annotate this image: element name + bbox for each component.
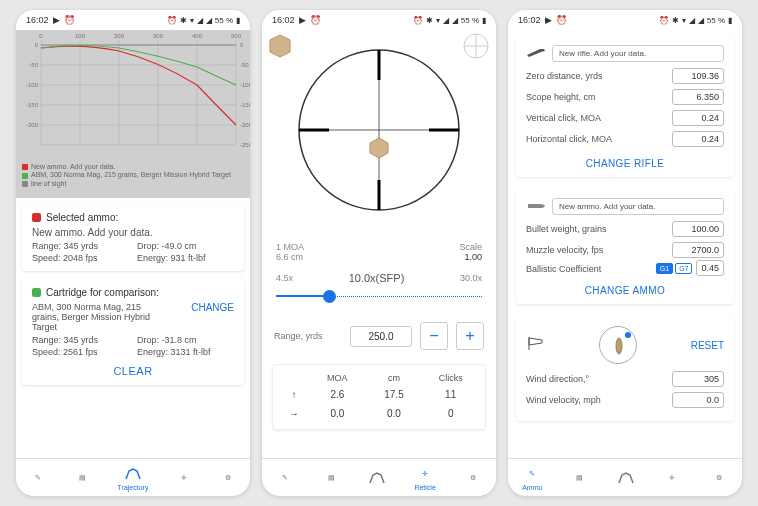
svg-point-43 [616, 338, 622, 354]
trajectory-icon [124, 465, 142, 483]
nav-list[interactable]: ▤ [571, 469, 589, 487]
nav-settings[interactable]: ⚙ [710, 469, 728, 487]
change-button[interactable]: CHANGE [191, 302, 234, 313]
energy: Energy: 931 ft-lbf [137, 253, 234, 263]
signal-icon: ◢ [443, 16, 449, 25]
svg-text:0: 0 [39, 33, 43, 39]
nav-reticle[interactable]: ✛ [663, 469, 681, 487]
bc-input[interactable]: 0.45 [696, 260, 724, 276]
weight-label: Bullet weight, grains [526, 224, 607, 234]
gear-icon: ⚙ [710, 469, 728, 487]
drop: Drop: -49.0 cm [137, 241, 234, 251]
range-label: Range, yrds [274, 331, 342, 341]
col-cm: cm [366, 373, 423, 383]
clear-button[interactable]: CLEAR [32, 357, 234, 377]
nav-trajectory[interactable] [617, 469, 635, 487]
speed: Speed: 2561 fps [32, 347, 129, 357]
nav-trajectory[interactable]: Trajectory [118, 465, 149, 491]
nav-list[interactable]: ▤ [322, 469, 340, 487]
nav-label: Ammo [522, 484, 542, 491]
nav-reticle[interactable]: ✛ [175, 469, 193, 487]
r2-moa: 0.0 [309, 408, 366, 419]
nav-reticle[interactable]: ✛Reticle [414, 465, 435, 491]
bluetooth-icon: ✱ [672, 16, 679, 25]
svg-text:300: 300 [153, 33, 164, 39]
svg-text:-100: -100 [240, 82, 250, 88]
zoom-val: 10.0x(SFP) [349, 272, 405, 284]
zoom-slider[interactable] [276, 288, 482, 306]
moa-label: 1 MOA [276, 242, 304, 252]
vel-input[interactable]: 2700.0 [672, 242, 724, 258]
reset-button[interactable]: RESET [691, 340, 724, 351]
reticle-view[interactable] [262, 30, 496, 242]
nav-pencil[interactable]: ✎ [29, 469, 47, 487]
trajectory-chart[interactable]: 0100200300400500 0-50-100-150-200 0-50-1… [16, 30, 250, 198]
bluetooth-icon: ✱ [180, 16, 187, 25]
energy: Energy: 3131 ft-lbf [137, 347, 234, 357]
nav-list[interactable]: ▤ [73, 469, 91, 487]
drop: Drop: -31.8 cm [137, 335, 234, 345]
rifle-title[interactable]: New rifle. Add your data. [552, 45, 724, 62]
vclick-input[interactable]: 0.24 [672, 110, 724, 126]
zoom-min: 4.5x [276, 273, 293, 283]
time: 16:02 [26, 15, 49, 25]
r2-clicks: 0 [422, 408, 479, 419]
nav-settings[interactable]: ⚙ [464, 469, 482, 487]
hclick-input[interactable]: 0.24 [672, 131, 724, 147]
change-rifle-button[interactable]: CHANGE RIFLE [526, 152, 724, 169]
right-arrow-icon: → [279, 408, 309, 419]
svg-text:-250: -250 [240, 142, 250, 148]
zero-input[interactable]: 109.36 [672, 68, 724, 84]
calc-table: MOAcmClicks ↑2.617.511 →0.00.00 [272, 364, 486, 430]
vel-label: Muzzle velocity, fps [526, 245, 603, 255]
time: 16:02 [272, 15, 295, 25]
bottom-nav: ✎Ammo ▤ ✛ ⚙ [508, 458, 742, 496]
nav-settings[interactable]: ⚙ [219, 469, 237, 487]
svg-text:0: 0 [240, 42, 244, 48]
zoom-max: 30.0x [460, 273, 482, 283]
range-input[interactable]: 250.0 [350, 326, 412, 347]
plus-button[interactable]: + [456, 322, 484, 350]
alarm-icon: ⏰ [310, 15, 321, 25]
weight-input[interactable]: 100.00 [672, 221, 724, 237]
wind-dial[interactable] [599, 326, 637, 364]
ammo-section: New ammo. Add your data. Bullet weight, … [516, 189, 734, 304]
svg-text:-200: -200 [240, 122, 250, 128]
wind-vel-input[interactable]: 0.0 [672, 392, 724, 408]
rifle-section: New rifle. Add your data. Zero distance,… [516, 36, 734, 177]
play-icon: ▶ [299, 15, 306, 25]
bluetooth-icon: ✱ [426, 16, 433, 25]
svg-text:0: 0 [35, 42, 39, 48]
minus-button[interactable]: − [420, 322, 448, 350]
g7-button[interactable]: G7 [675, 263, 692, 274]
signal-icon: ◢ [452, 16, 458, 25]
status-bar: 16:02▶⏰ ⏰✱▾◢◢55 %▮ [508, 10, 742, 30]
selected-ammo-name: New ammo. Add your data. [32, 227, 234, 238]
svg-text:100: 100 [75, 33, 86, 39]
col-clicks: Clicks [422, 373, 479, 383]
g1-button[interactable]: G1 [656, 263, 673, 274]
nav-trajectory[interactable] [368, 469, 386, 487]
change-ammo-button[interactable]: CHANGE AMMO [526, 279, 724, 296]
nav-pencil[interactable]: ✎ [276, 469, 294, 487]
legend-b: ABM, 300 Norma Mag, 215 grains, Berger M… [31, 171, 231, 179]
svg-text:-50: -50 [240, 62, 249, 68]
scope-input[interactable]: 6.350 [672, 89, 724, 105]
selected-ammo-head: Selected ammo: [46, 212, 118, 223]
gear-icon: ⚙ [219, 469, 237, 487]
compare-head: Cartridge for comparison: [46, 287, 159, 298]
scope-label: Scope height, cm [526, 92, 596, 102]
status-bar: 16:02▶⏰ ⏰✱▾◢◢55 %▮ [16, 10, 250, 30]
list-icon: ▤ [322, 469, 340, 487]
up-arrow-icon: ↑ [279, 389, 309, 400]
play-icon: ▶ [53, 15, 60, 25]
slider-thumb-icon[interactable] [323, 290, 336, 303]
nav-ammo[interactable]: ✎Ammo [522, 465, 542, 491]
ammo-title[interactable]: New ammo. Add your data. [552, 198, 724, 215]
bc-label: Ballistic Coefficient [526, 264, 601, 274]
wind-dir-input[interactable]: 305 [672, 371, 724, 387]
windsock-icon [526, 335, 546, 355]
gear-icon: ⚙ [464, 469, 482, 487]
red-square-icon [32, 213, 41, 222]
alarm-icon: ⏰ [556, 15, 567, 25]
